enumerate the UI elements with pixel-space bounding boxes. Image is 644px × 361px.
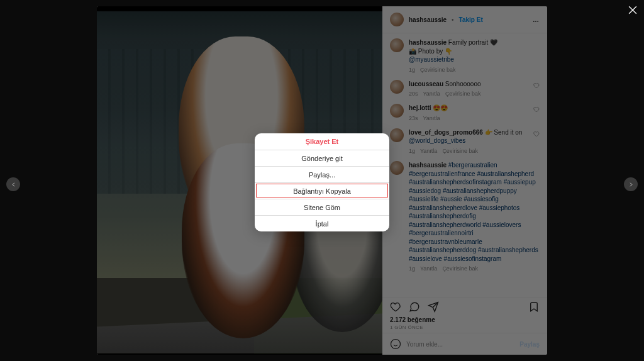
chevron-right-icon [628, 181, 635, 188]
prev-post-button[interactable] [6, 177, 20, 191]
menu-report[interactable]: Şikayet Et [255, 133, 389, 150]
menu-goto-post[interactable]: Gönderiye git [255, 150, 389, 166]
chevron-left-icon [10, 181, 17, 188]
close-modal-button[interactable] [626, 4, 639, 16]
menu-share[interactable]: Paylaş... [255, 166, 389, 182]
menu-cancel[interactable]: İptal [255, 215, 389, 231]
menu-embed[interactable]: Sitene Göm [255, 199, 389, 215]
close-icon [626, 4, 639, 16]
options-menu: Şikayet Et Gönderiye git Paylaş... Bağla… [255, 133, 389, 231]
menu-copy-link[interactable]: Bağlantıyı Kopyala [255, 182, 389, 199]
next-post-button[interactable] [624, 177, 638, 191]
